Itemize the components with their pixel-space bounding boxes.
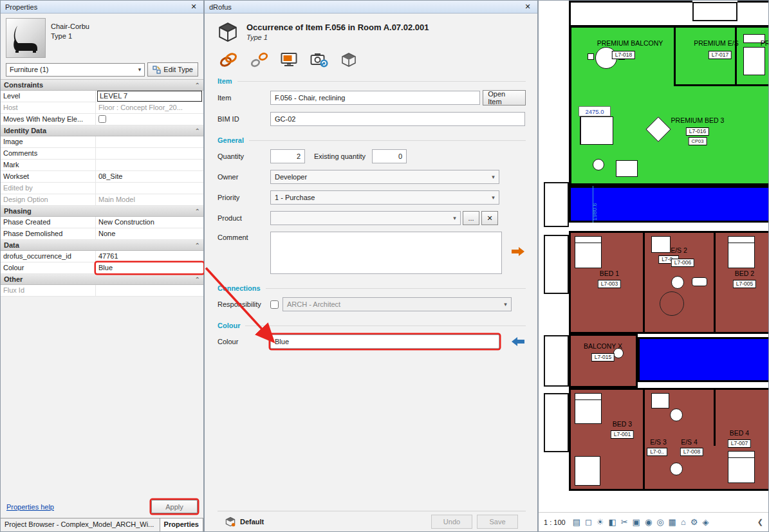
property-row-design-option: Design Option Main Model xyxy=(1,194,203,206)
reveal-hidden-icon[interactable]: ◎ xyxy=(656,518,663,526)
crop-region-icon[interactable]: ▣ xyxy=(633,518,640,526)
tab-project-browser[interactable]: Project Browser - Complex_Model_ARCH_Wi.… xyxy=(1,518,160,531)
item-field[interactable]: F.056 - Chair, reclining xyxy=(270,91,480,105)
family-thumbnail[interactable] xyxy=(6,18,46,58)
moves-with-nearby-checkbox[interactable] xyxy=(98,115,106,123)
room-tag[interactable]: L7-015 xyxy=(591,353,615,362)
collapse-icon[interactable]: ⌃ xyxy=(195,82,200,89)
comments-value[interactable] xyxy=(96,148,203,159)
product-clear-button[interactable]: ✕ xyxy=(481,211,498,225)
close-icon[interactable]: ✕ xyxy=(523,3,533,11)
room-tag[interactable]: L7-006 xyxy=(671,259,694,267)
existing-quantity-field[interactable]: 0 xyxy=(372,149,407,163)
room-tag[interactable]: L7-003 xyxy=(598,280,621,288)
room-name: PREMIUM BALCONY xyxy=(597,39,663,47)
cabinet xyxy=(616,160,638,177)
room-tag[interactable]: L7-017 xyxy=(709,51,732,59)
responsibility-checkbox[interactable] xyxy=(270,300,279,309)
drofus-occurrence-id-value[interactable]: 47761 xyxy=(96,251,203,262)
room-tag[interactable]: L7-018 xyxy=(612,51,635,59)
open-item-button[interactable]: Open Item xyxy=(483,90,526,105)
priority-dropdown[interactable]: 1 - Purchase ▾ xyxy=(270,190,499,205)
product-label: Product xyxy=(218,214,270,222)
wall xyxy=(643,231,645,334)
comment-textarea[interactable] xyxy=(270,232,502,274)
analytical-model-icon[interactable]: ⌂ xyxy=(681,518,686,526)
collapse-icon[interactable]: ⌃ xyxy=(195,242,200,249)
balcony-outline xyxy=(544,335,569,387)
collapse-arrow-icon[interactable]: ❮ xyxy=(757,518,763,526)
dimension-vertical[interactable]: 1980.6 xyxy=(591,203,598,221)
apply-button[interactable]: Apply xyxy=(151,500,198,513)
show-in-model-icon[interactable] xyxy=(281,52,297,68)
property-row-mark: Mark xyxy=(1,160,203,171)
room-tag[interactable]: L7-016 xyxy=(686,127,709,136)
sync-image-icon[interactable] xyxy=(310,52,328,68)
mark-value[interactable] xyxy=(96,160,203,170)
unlink-occurrence-icon[interactable] xyxy=(251,52,268,68)
phase-created-value[interactable]: New Construction xyxy=(96,217,203,228)
bed xyxy=(728,451,755,483)
bim-id-label: BIM ID xyxy=(218,115,270,123)
room-tag[interactable]: L7-005 xyxy=(733,280,756,288)
item-cube-icon[interactable] xyxy=(341,52,357,68)
room-corridor-2[interactable] xyxy=(638,337,768,382)
category-selector[interactable]: Furniture (1) ▾ xyxy=(6,63,145,77)
undo-button[interactable]: Undo xyxy=(431,515,472,529)
close-icon[interactable]: ✕ xyxy=(189,3,199,11)
floor-plan-view[interactable]: PREMIUM BALCONY L7-018 PREMIUM E/S L7-01… xyxy=(538,0,769,532)
image-value[interactable] xyxy=(96,136,203,147)
default-profile-icon xyxy=(225,517,236,527)
room-tag[interactable]: CP03 xyxy=(689,137,707,145)
bed xyxy=(575,456,600,486)
visual-style-icon[interactable]: ◻ xyxy=(585,518,592,526)
drofus-titlebar[interactable]: dRofus ✕ xyxy=(205,1,537,14)
group-phasing[interactable]: Phasing ⌃ xyxy=(1,206,203,217)
workset-value[interactable]: 08_Site xyxy=(96,171,203,182)
room-name: BED 2 xyxy=(735,270,754,277)
sun-path-icon[interactable]: ☀ xyxy=(597,518,604,526)
link-occurrence-icon[interactable] xyxy=(219,52,238,68)
quantity-field[interactable]: 2 xyxy=(270,149,305,163)
properties-titlebar[interactable]: Properties ✕ xyxy=(1,1,203,14)
group-identity-data[interactable]: Identity Data ⌃ xyxy=(1,125,203,136)
crop-view-icon[interactable]: ✂ xyxy=(621,518,628,526)
product-browse-button[interactable]: ... xyxy=(463,211,479,225)
room-tag[interactable]: L7-001 xyxy=(611,430,634,439)
item-label: Item xyxy=(218,94,270,102)
tab-properties[interactable]: Properties xyxy=(160,518,203,531)
room-tag[interactable]: L7-007 xyxy=(728,439,751,448)
properties-help-link[interactable]: Properties help xyxy=(6,503,54,511)
save-button[interactable]: Save xyxy=(477,515,518,529)
dimension-horizontal[interactable]: 2475.0 xyxy=(579,106,611,116)
group-data[interactable]: Data ⌃ xyxy=(1,240,203,251)
group-constraints[interactable]: Constraints ⌃ xyxy=(1,80,203,91)
annotation-box-drofus-colour[interactable]: Blue xyxy=(270,335,499,349)
wall xyxy=(643,388,645,491)
temporary-hide-isolate-icon[interactable]: ◉ xyxy=(645,518,652,526)
detail-level-icon[interactable]: ▤ xyxy=(573,518,580,526)
section-connections: Connections xyxy=(218,284,526,292)
scale-control[interactable]: 1 : 100 xyxy=(544,518,566,526)
phase-demolished-value[interactable]: None xyxy=(96,228,203,239)
wall xyxy=(569,1,571,26)
reveal-constraints-icon[interactable]: ⚙ xyxy=(690,518,698,526)
plan-canvas[interactable]: PREMIUM BALCONY L7-018 PREMIUM E/S L7-01… xyxy=(539,1,768,512)
annotation-box-properties-colour[interactable]: Blue xyxy=(96,262,203,273)
worksharing-display-icon[interactable]: ◈ xyxy=(702,518,709,526)
owner-label: Owner xyxy=(218,173,270,181)
collapse-icon[interactable]: ⌃ xyxy=(195,276,200,283)
bim-id-field[interactable]: GC-02 xyxy=(270,112,525,126)
edit-type-button[interactable]: Edit Type xyxy=(147,62,198,77)
shadows-icon[interactable]: ◧ xyxy=(608,518,616,526)
property-row-host: Host Floor : Concept Floor_20... xyxy=(1,102,203,114)
owner-dropdown[interactable]: Developer ▾ xyxy=(270,170,499,184)
room-tag[interactable]: L7-0.. xyxy=(647,448,667,456)
room-tag[interactable]: L7-008 xyxy=(680,448,703,456)
collapse-icon[interactable]: ⌃ xyxy=(195,208,200,215)
group-other[interactable]: Other ⌃ xyxy=(1,274,203,285)
collapse-icon[interactable]: ⌃ xyxy=(195,127,200,134)
product-dropdown[interactable]: ▾ xyxy=(270,211,461,225)
temporary-view-properties-icon[interactable]: ▦ xyxy=(669,518,676,526)
room-corridor[interactable] xyxy=(569,186,768,223)
